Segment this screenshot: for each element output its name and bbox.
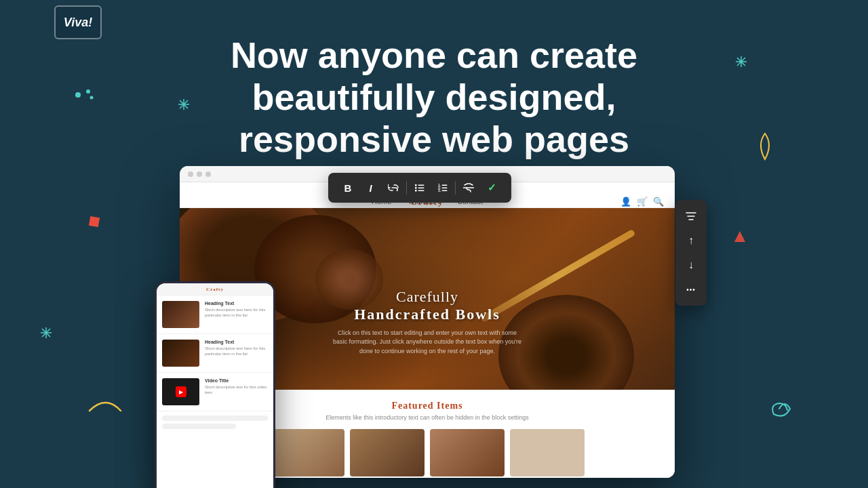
- search-icon[interactable]: 🔍: [653, 197, 664, 207]
- bold-button[interactable]: B: [338, 178, 358, 198]
- user-icon[interactable]: 👤: [620, 197, 631, 207]
- svg-rect-27: [441, 190, 447, 192]
- svg-rect-17: [415, 187, 417, 189]
- more-options-button[interactable]: •••: [680, 279, 702, 300]
- snowflake-icon-2: [39, 326, 53, 342]
- mobile-list-item-1: Heading Text Short descriptive text here…: [157, 296, 273, 334]
- featured-item-3[interactable]: [430, 429, 505, 476]
- toolbar-divider-2: [455, 181, 456, 195]
- svg-rect-16: [415, 184, 417, 186]
- nav-icons: 👤 🛒 🔍: [620, 197, 664, 207]
- mobile-item-text-1: Heading Text Short descriptive text here…: [205, 301, 268, 319]
- hero-description: Click on this text to start editing and …: [332, 329, 522, 357]
- mobile-item-title-1: Heading Text: [205, 301, 268, 306]
- featured-item-2[interactable]: [350, 429, 425, 476]
- svg-rect-19: [418, 185, 424, 186]
- spiral-decoration: [764, 394, 795, 427]
- mobile-item-desc-1: Short descriptive text here for this par…: [205, 308, 268, 319]
- mobile-item-text-2: Heading Text Short descriptive text here…: [205, 340, 268, 357]
- italic-button[interactable]: I: [361, 178, 381, 198]
- mobile-more-items: [157, 411, 273, 433]
- triangle-decoration: [734, 230, 746, 245]
- hero-text: Carefully Handcrafted Bowls Click on thi…: [332, 288, 522, 357]
- red-square-decoration: [89, 216, 100, 227]
- mobile-item-title-3: Video Title: [205, 378, 268, 383]
- featured-item-1[interactable]: [270, 429, 344, 476]
- svg-rect-21: [418, 190, 424, 192]
- svg-rect-18: [415, 190, 417, 192]
- browser-dots: [188, 171, 211, 177]
- mobile-item-title-2: Heading Text: [205, 340, 268, 344]
- mobile-item-text-3: Video Title Short descriptive text for t…: [205, 378, 268, 396]
- svg-rect-20: [418, 188, 424, 189]
- move-up-button[interactable]: ↑: [680, 230, 702, 251]
- link-button[interactable]: [383, 178, 403, 198]
- cart-icon[interactable]: 🛒: [637, 197, 648, 207]
- toolbar-divider-1: [406, 181, 407, 195]
- mobile-item-desc-2: Short descriptive text here for this par…: [205, 346, 268, 357]
- mobile-list-item-3: ▶ Video Title Short descriptive text for…: [157, 373, 273, 411]
- svg-rect-26: [441, 188, 447, 189]
- unordered-list-button[interactable]: [410, 178, 430, 198]
- confirm-button[interactable]: ✓: [481, 178, 502, 198]
- mobile-screen: Crafty Heading Text Short descriptive te…: [157, 283, 273, 488]
- filter-button[interactable]: [680, 205, 702, 227]
- mobile-list-item-2: Heading Text Short descriptive text here…: [157, 334, 273, 373]
- mobile-item-video-thumbnail: ▶: [162, 378, 199, 405]
- play-button-icon[interactable]: ▶: [176, 386, 186, 397]
- ordered-list-button[interactable]: 1. 2. 3.: [433, 178, 453, 198]
- hero-title-1: Carefully: [332, 288, 522, 306]
- svg-line-10: [42, 329, 50, 337]
- mobile-item-image-1: [162, 301, 199, 328]
- svg-text:3.: 3.: [438, 188, 441, 192]
- editor-toolbar: B I 1. 2. 3.: [328, 173, 511, 203]
- featured-item-4[interactable]: [510, 429, 585, 476]
- svg-marker-7: [734, 231, 745, 242]
- strikethrough-button[interactable]: [458, 178, 479, 198]
- semicircle-decoration: [88, 393, 122, 415]
- hero-title-2: Handcrafted Bowls: [332, 306, 522, 323]
- mobile-mockup: Crafty Heading Text Short descriptive te…: [155, 281, 275, 488]
- main-title: Now anyone can create beautifully design…: [176, 34, 692, 160]
- move-down-button[interactable]: ↓: [680, 254, 702, 276]
- svg-rect-25: [441, 185, 447, 186]
- svg-line-11: [42, 329, 50, 337]
- mobile-item-image-2: [162, 340, 199, 367]
- header-section: Now anyone can create beautifully design…: [0, 0, 868, 188]
- mobile-item-desc-3: Short descriptive text for this video it…: [205, 385, 268, 396]
- side-panel: ↑ ↓ •••: [675, 200, 707, 306]
